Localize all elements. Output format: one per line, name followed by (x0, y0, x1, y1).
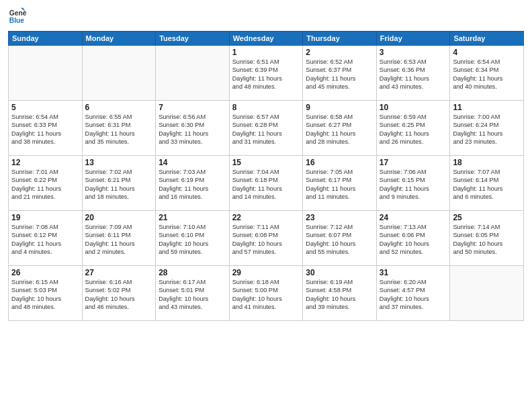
day-number: 27 (85, 268, 153, 277)
day-number: 22 (232, 213, 300, 222)
day-number: 14 (159, 158, 226, 167)
calendar-cell: 4Sunrise: 6:54 AM Sunset: 6:34 PM Daylig… (450, 46, 524, 101)
calendar-cell: 6Sunrise: 6:55 AM Sunset: 6:31 PM Daylig… (82, 101, 156, 156)
day-info: Sunrise: 7:04 AM Sunset: 6:18 PM Dayligh… (232, 168, 300, 201)
weekday-header-friday: Friday (376, 32, 450, 46)
day-info: Sunrise: 7:01 AM Sunset: 6:22 PM Dayligh… (11, 168, 79, 201)
calendar-cell: 19Sunrise: 7:08 AM Sunset: 6:12 PM Dayli… (9, 211, 83, 266)
day-number: 18 (453, 158, 521, 167)
calendar-cell: 31Sunrise: 6:20 AM Sunset: 4:57 PM Dayli… (376, 266, 450, 321)
week-row-3: 19Sunrise: 7:08 AM Sunset: 6:12 PM Dayli… (9, 211, 524, 266)
day-info: Sunrise: 6:54 AM Sunset: 6:34 PM Dayligh… (453, 58, 521, 91)
weekday-header-thursday: Thursday (303, 32, 377, 46)
day-number: 11 (453, 103, 521, 112)
day-number: 2 (306, 48, 373, 57)
calendar-cell: 29Sunrise: 6:18 AM Sunset: 5:00 PM Dayli… (229, 266, 303, 321)
calendar-cell: 17Sunrise: 7:06 AM Sunset: 6:15 PM Dayli… (376, 156, 450, 211)
day-number: 21 (159, 213, 226, 222)
day-info: Sunrise: 6:52 AM Sunset: 6:37 PM Dayligh… (306, 58, 373, 91)
calendar-cell: 10Sunrise: 6:59 AM Sunset: 6:25 PM Dayli… (376, 101, 450, 156)
calendar-cell (82, 46, 156, 101)
day-info: Sunrise: 6:57 AM Sunset: 6:28 PM Dayligh… (232, 113, 300, 146)
day-info: Sunrise: 7:14 AM Sunset: 6:05 PM Dayligh… (453, 223, 521, 257)
calendar-cell: 23Sunrise: 7:12 AM Sunset: 6:07 PM Dayli… (303, 211, 377, 266)
calendar-cell: 16Sunrise: 7:05 AM Sunset: 6:17 PM Dayli… (303, 156, 377, 211)
calendar-cell: 12Sunrise: 7:01 AM Sunset: 6:22 PM Dayli… (9, 156, 83, 211)
day-info: Sunrise: 7:00 AM Sunset: 6:24 PM Dayligh… (453, 113, 521, 146)
day-info: Sunrise: 6:20 AM Sunset: 4:57 PM Dayligh… (380, 278, 447, 312)
calendar-cell: 24Sunrise: 7:13 AM Sunset: 6:06 PM Dayli… (376, 211, 450, 266)
calendar-cell: 2Sunrise: 6:52 AM Sunset: 6:37 PM Daylig… (303, 46, 377, 101)
week-row-0: 1Sunrise: 6:51 AM Sunset: 6:39 PM Daylig… (9, 46, 524, 101)
day-number: 16 (306, 158, 373, 167)
day-number: 28 (159, 268, 226, 277)
calendar-cell: 28Sunrise: 6:17 AM Sunset: 5:01 PM Dayli… (156, 266, 230, 321)
day-info: Sunrise: 7:12 AM Sunset: 6:07 PM Dayligh… (306, 223, 373, 257)
calendar-cell: 20Sunrise: 7:09 AM Sunset: 6:11 PM Dayli… (82, 211, 156, 266)
calendar-cell: 21Sunrise: 7:10 AM Sunset: 6:10 PM Dayli… (156, 211, 230, 266)
day-info: Sunrise: 6:55 AM Sunset: 6:31 PM Dayligh… (85, 113, 153, 146)
calendar-cell: 26Sunrise: 6:15 AM Sunset: 5:03 PM Dayli… (9, 266, 83, 321)
day-number: 23 (306, 213, 373, 222)
day-info: Sunrise: 7:05 AM Sunset: 6:17 PM Dayligh… (306, 168, 373, 201)
day-number: 12 (11, 158, 79, 167)
day-info: Sunrise: 7:06 AM Sunset: 6:15 PM Dayligh… (380, 168, 447, 201)
day-info: Sunrise: 7:03 AM Sunset: 6:19 PM Dayligh… (159, 168, 226, 201)
day-number: 13 (85, 158, 153, 167)
day-number: 4 (453, 48, 521, 57)
day-number: 15 (232, 158, 300, 167)
day-info: Sunrise: 7:11 AM Sunset: 6:08 PM Dayligh… (232, 223, 300, 257)
calendar-cell: 8Sunrise: 6:57 AM Sunset: 6:28 PM Daylig… (229, 101, 303, 156)
day-number: 3 (380, 48, 447, 57)
calendar-cell (156, 46, 230, 101)
day-number: 17 (380, 158, 447, 167)
calendar-cell: 22Sunrise: 7:11 AM Sunset: 6:08 PM Dayli… (229, 211, 303, 266)
weekday-header-tuesday: Tuesday (156, 32, 230, 46)
day-info: Sunrise: 7:13 AM Sunset: 6:06 PM Dayligh… (380, 223, 447, 257)
calendar-cell: 1Sunrise: 6:51 AM Sunset: 6:39 PM Daylig… (229, 46, 303, 101)
day-info: Sunrise: 7:10 AM Sunset: 6:10 PM Dayligh… (159, 223, 226, 257)
weekday-header-wednesday: Wednesday (229, 32, 303, 46)
day-info: Sunrise: 6:56 AM Sunset: 6:30 PM Dayligh… (159, 113, 226, 146)
calendar-cell: 14Sunrise: 7:03 AM Sunset: 6:19 PM Dayli… (156, 156, 230, 211)
logo: General Blue (8, 7, 27, 26)
day-number: 24 (380, 213, 447, 222)
day-number: 31 (380, 268, 447, 277)
calendar-cell: 15Sunrise: 7:04 AM Sunset: 6:18 PM Dayli… (229, 156, 303, 211)
day-info: Sunrise: 6:54 AM Sunset: 6:33 PM Dayligh… (11, 113, 79, 146)
day-number: 25 (453, 213, 521, 222)
day-number: 1 (232, 48, 300, 57)
calendar-cell: 13Sunrise: 7:02 AM Sunset: 6:21 PM Dayli… (82, 156, 156, 211)
day-info: Sunrise: 7:08 AM Sunset: 6:12 PM Dayligh… (11, 223, 79, 257)
day-info: Sunrise: 7:02 AM Sunset: 6:21 PM Dayligh… (85, 168, 153, 201)
calendar-cell: 9Sunrise: 6:58 AM Sunset: 6:27 PM Daylig… (303, 101, 377, 156)
calendar-cell: 11Sunrise: 7:00 AM Sunset: 6:24 PM Dayli… (450, 101, 524, 156)
day-info: Sunrise: 6:59 AM Sunset: 6:25 PM Dayligh… (380, 113, 447, 146)
calendar-cell: 5Sunrise: 6:54 AM Sunset: 6:33 PM Daylig… (9, 101, 83, 156)
day-number: 5 (11, 103, 79, 112)
day-info: Sunrise: 6:17 AM Sunset: 5:01 PM Dayligh… (159, 278, 226, 312)
week-row-1: 5Sunrise: 6:54 AM Sunset: 6:33 PM Daylig… (9, 101, 524, 156)
day-info: Sunrise: 6:58 AM Sunset: 6:27 PM Dayligh… (306, 113, 373, 146)
day-info: Sunrise: 6:18 AM Sunset: 5:00 PM Dayligh… (232, 278, 300, 312)
day-number: 19 (11, 213, 79, 222)
day-number: 20 (85, 213, 153, 222)
day-number: 7 (159, 103, 226, 112)
day-info: Sunrise: 6:51 AM Sunset: 6:39 PM Dayligh… (232, 58, 300, 91)
calendar-cell: 7Sunrise: 6:56 AM Sunset: 6:30 PM Daylig… (156, 101, 230, 156)
week-row-4: 26Sunrise: 6:15 AM Sunset: 5:03 PM Dayli… (9, 266, 524, 321)
day-number: 30 (306, 268, 373, 277)
weekday-header-row: SundayMondayTuesdayWednesdayThursdayFrid… (9, 32, 524, 46)
day-info: Sunrise: 6:53 AM Sunset: 6:36 PM Dayligh… (380, 58, 447, 91)
calendar-cell: 30Sunrise: 6:19 AM Sunset: 4:58 PM Dayli… (303, 266, 377, 321)
day-number: 26 (11, 268, 79, 277)
day-info: Sunrise: 6:19 AM Sunset: 4:58 PM Dayligh… (306, 278, 373, 312)
calendar-cell (450, 266, 524, 321)
day-number: 8 (232, 103, 300, 112)
day-number: 10 (380, 103, 447, 112)
calendar-cell: 25Sunrise: 7:14 AM Sunset: 6:05 PM Dayli… (450, 211, 524, 266)
calendar-table: SundayMondayTuesdayWednesdayThursdayFrid… (8, 31, 524, 321)
weekday-header-sunday: Sunday (9, 32, 83, 46)
weekday-header-saturday: Saturday (450, 32, 524, 46)
calendar-container: General Blue SundayMondayTuesdayWednesda… (0, 0, 532, 411)
